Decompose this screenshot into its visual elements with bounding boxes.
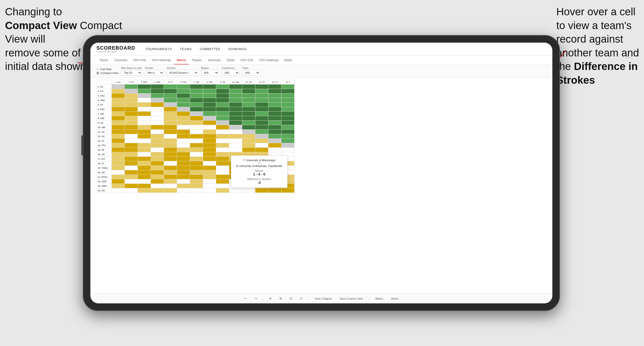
- matrix-cell[interactable]: [138, 89, 151, 94]
- matrix-cell[interactable]: [125, 175, 138, 179]
- matrix-cell[interactable]: [268, 139, 281, 143]
- matrix-cell[interactable]: [229, 188, 242, 193]
- matrix-cell[interactable]: [281, 98, 295, 103]
- matrix-cell[interactable]: [190, 152, 203, 157]
- matrix-cell[interactable]: [164, 89, 177, 94]
- matrix-cell[interactable]: [151, 121, 164, 125]
- matrix-cell[interactable]: [177, 170, 190, 175]
- matrix-cell[interactable]: [190, 134, 203, 139]
- matrix-cell[interactable]: [268, 112, 281, 116]
- matrix-cell[interactable]: [125, 143, 138, 148]
- matrix-cell[interactable]: [242, 125, 255, 130]
- matrix-cell[interactable]: [164, 143, 177, 148]
- matrix-cell[interactable]: [112, 152, 125, 157]
- matrix-cell[interactable]: [125, 89, 138, 94]
- matrix-cell[interactable]: [177, 161, 190, 166]
- matrix-cell[interactable]: [255, 107, 268, 112]
- matrix-cell[interactable]: [112, 121, 125, 125]
- matrix-cell[interactable]: [177, 175, 190, 179]
- matrix-cell[interactable]: [112, 125, 125, 130]
- matrix-cell[interactable]: [268, 89, 281, 94]
- matrix-cell[interactable]: [151, 112, 164, 116]
- matrix-cell[interactable]: [203, 166, 216, 170]
- matrix-cell[interactable]: [203, 179, 216, 184]
- matrix-cell[interactable]: [203, 157, 216, 161]
- matrix-cell[interactable]: [177, 84, 190, 89]
- view-original-button[interactable]: View: Original: [313, 296, 334, 301]
- matrix-cell[interactable]: [125, 134, 138, 139]
- matrix-cell[interactable]: [242, 134, 255, 139]
- matrix-cell[interactable]: [112, 161, 125, 166]
- matrix-cell[interactable]: [281, 84, 295, 89]
- matrix-cell[interactable]: [281, 130, 295, 134]
- matrix-cell[interactable]: [112, 143, 125, 148]
- matrix-cell[interactable]: [255, 139, 268, 143]
- matrix-cell[interactable]: [151, 94, 164, 98]
- matrix-cell[interactable]: [216, 161, 229, 166]
- matrix-cell[interactable]: [216, 84, 229, 89]
- matrix-cell[interactable]: [112, 116, 125, 121]
- matrix-cell[interactable]: [125, 139, 138, 143]
- matrix-cell[interactable]: [112, 130, 125, 134]
- matrix-cell[interactable]: [151, 188, 164, 193]
- matrix-cell[interactable]: [190, 98, 203, 103]
- matrix-cell[interactable]: [190, 179, 203, 184]
- matrix-cell[interactable]: [203, 103, 216, 107]
- matrix-cell[interactable]: [177, 139, 190, 143]
- matrix-cell[interactable]: [138, 188, 151, 193]
- tab-matrix-1[interactable]: Matrix: [174, 58, 189, 64]
- redo-button[interactable]: ↪: [253, 296, 259, 301]
- matrix-cell[interactable]: [242, 112, 255, 116]
- matrix-cell[interactable]: [268, 143, 281, 148]
- matrix-cell[interactable]: [177, 143, 190, 148]
- matrix-cell[interactable]: [177, 179, 190, 184]
- matrix-cell[interactable]: [164, 139, 177, 143]
- matrix-cell[interactable]: [190, 161, 203, 166]
- matrix-cell[interactable]: [125, 152, 138, 157]
- matrix-cell[interactable]: [138, 112, 151, 116]
- matrix-cell[interactable]: [229, 94, 242, 98]
- division-select[interactable]: NCAA Division I: [167, 70, 198, 75]
- matrix-cell[interactable]: [255, 130, 268, 134]
- matrix-cell[interactable]: [216, 94, 229, 98]
- matrix-cell[interactable]: [151, 98, 164, 103]
- tab-teams[interactable]: Teams: [96, 58, 111, 64]
- tab-summary-2[interactable]: Summary: [205, 58, 224, 64]
- matrix-cell[interactable]: [255, 116, 268, 121]
- matrix-cell[interactable]: [138, 143, 151, 148]
- matrix-cell[interactable]: [255, 134, 268, 139]
- matrix-cell[interactable]: [268, 103, 281, 107]
- matrix-cell[interactable]: [281, 103, 295, 107]
- matrix-cell[interactable]: [125, 148, 138, 152]
- matrix-cell[interactable]: [151, 184, 164, 188]
- matrix-cell[interactable]: [112, 188, 125, 193]
- matrix-cell[interactable]: [190, 89, 203, 94]
- matrix-cell[interactable]: [177, 130, 190, 134]
- matrix-cell[interactable]: [164, 152, 177, 157]
- matrix-cell[interactable]: [125, 94, 138, 98]
- matrix-cell[interactable]: [112, 175, 125, 179]
- matrix-cell[interactable]: [138, 84, 151, 89]
- matrix-cell[interactable]: [164, 134, 177, 139]
- matrix-cell[interactable]: [190, 170, 203, 175]
- matrix-cell[interactable]: [138, 157, 151, 161]
- matrix-cell[interactable]: [177, 116, 190, 121]
- matrix-cell[interactable]: [151, 179, 164, 184]
- matrix-cell[interactable]: [112, 103, 125, 107]
- matrix-cell[interactable]: [281, 143, 295, 148]
- matrix-cell[interactable]: [112, 94, 125, 98]
- matrix-cell[interactable]: [190, 188, 203, 193]
- matrix-cell[interactable]: [255, 112, 268, 116]
- matrix-cell[interactable]: [151, 130, 164, 134]
- matrix-cell[interactable]: [203, 112, 216, 116]
- matrix-cell[interactable]: [125, 125, 138, 130]
- matrix-cell[interactable]: [255, 89, 268, 94]
- matrix-cell[interactable]: [151, 175, 164, 179]
- matrix-cell[interactable]: [164, 98, 177, 103]
- matrix-cell[interactable]: [151, 166, 164, 170]
- matrix-cell[interactable]: [138, 166, 151, 170]
- matrix-cell[interactable]: [203, 161, 216, 166]
- matrix-cell[interactable]: [255, 121, 268, 125]
- matrix-cell[interactable]: [190, 184, 203, 188]
- matrix-cell[interactable]: [242, 94, 255, 98]
